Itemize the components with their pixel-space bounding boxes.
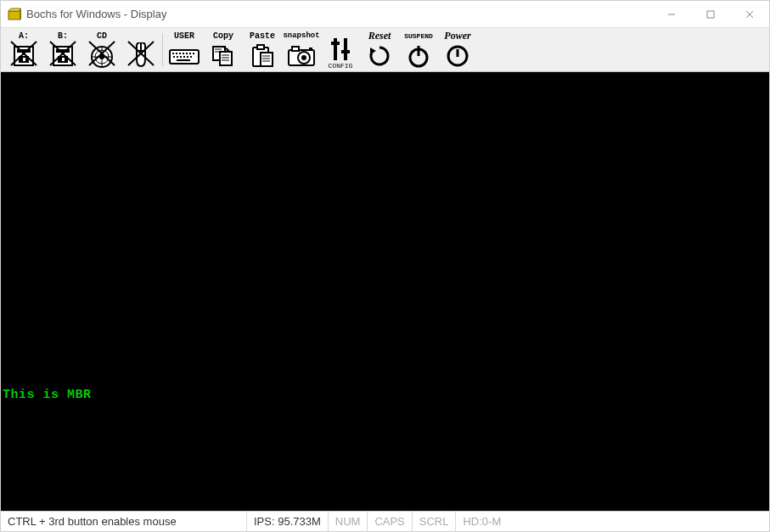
svg-rect-57 — [261, 53, 273, 66]
svg-rect-43 — [183, 56, 185, 58]
config-button[interactable]: CONFIG — [321, 30, 360, 70]
svg-rect-69 — [341, 50, 350, 53]
copy-label: Copy — [213, 31, 233, 42]
mouse-icon — [126, 42, 156, 70]
toolbar-separator — [162, 33, 163, 66]
status-num: NUM — [329, 512, 368, 531]
svg-rect-37 — [186, 53, 188, 54]
status-hd: HD:0-M — [456, 512, 508, 531]
cdrom-label: CD — [97, 31, 107, 42]
svg-rect-33 — [172, 53, 174, 54]
svg-rect-44 — [187, 56, 188, 58]
console-output-line: This is MBR — [3, 388, 92, 402]
svg-rect-39 — [193, 53, 194, 54]
paste-icon — [247, 42, 278, 70]
svg-rect-35 — [179, 53, 181, 54]
keyboard-icon — [169, 42, 200, 70]
paste-label: Paste — [250, 31, 275, 42]
status-bar: CTRL + 3rd button enables mouse IPS: 95.… — [1, 511, 769, 531]
svg-rect-36 — [183, 53, 184, 54]
user-label: USER — [174, 31, 194, 42]
camera-icon — [286, 42, 317, 70]
svg-rect-45 — [190, 56, 192, 58]
svg-rect-0 — [8, 11, 20, 20]
svg-rect-18 — [62, 58, 65, 61]
cdrom-button[interactable]: CD — [82, 30, 121, 70]
floppy-b-label: B: — [58, 31, 68, 42]
svg-rect-4 — [707, 11, 714, 18]
svg-rect-42 — [180, 56, 182, 58]
svg-rect-68 — [331, 42, 340, 45]
svg-rect-40 — [173, 56, 175, 58]
floppy-b-button[interactable]: B: — [43, 30, 82, 70]
svg-rect-48 — [220, 52, 232, 65]
svg-point-64 — [301, 55, 306, 60]
mouse-capture-button[interactable] — [121, 30, 160, 70]
svg-rect-41 — [177, 56, 178, 58]
minimize-button[interactable] — [652, 1, 691, 28]
suspend-label: SUSPEND — [404, 31, 433, 42]
suspend-button[interactable]: SUSPEND — [399, 30, 438, 70]
toolbar: A: B: CD — [1, 28, 769, 72]
suspend-icon — [403, 42, 434, 70]
status-ips: IPS: 95.733M — [247, 512, 329, 531]
svg-rect-65 — [309, 48, 312, 50]
svg-marker-70 — [370, 48, 376, 54]
power-button[interactable]: Power — [438, 30, 477, 70]
status-hint: CTRL + 3rd button enables mouse — [1, 512, 247, 531]
sliders-icon — [325, 36, 356, 62]
copy-icon — [208, 42, 239, 70]
copy-button[interactable]: Copy — [204, 30, 243, 70]
svg-rect-9 — [17, 49, 31, 53]
floppy-a-icon — [8, 42, 39, 70]
floppy-b-icon — [48, 42, 78, 70]
close-button[interactable] — [730, 1, 769, 28]
svg-rect-67 — [344, 38, 347, 60]
cdrom-icon — [87, 42, 117, 70]
svg-rect-46 — [177, 59, 190, 61]
reset-label: Reset — [368, 31, 391, 42]
status-caps: CAPS — [368, 512, 412, 531]
emulator-display[interactable]: This is MBR — [1, 72, 769, 511]
svg-rect-62 — [292, 47, 299, 51]
snapshot-label: snapshot — [283, 31, 319, 42]
svg-rect-11 — [23, 58, 25, 61]
floppy-a-label: A: — [19, 31, 29, 42]
floppy-a-button[interactable]: A: — [4, 30, 43, 70]
svg-rect-34 — [176, 53, 177, 54]
power-label: Power — [444, 31, 470, 42]
reset-button[interactable]: Reset — [360, 30, 399, 70]
config-label: CONFIG — [329, 62, 353, 70]
status-scrl: SCRL — [413, 512, 457, 531]
power-icon — [442, 42, 473, 70]
svg-rect-56 — [257, 45, 264, 49]
window-title: Bochs for Windows - Display — [26, 8, 166, 20]
svg-rect-38 — [189, 53, 191, 54]
svg-rect-66 — [334, 38, 337, 60]
reset-icon — [364, 42, 395, 70]
window-controls — [652, 1, 769, 28]
paste-button[interactable]: Paste — [243, 30, 282, 70]
app-icon — [8, 8, 21, 21]
user-keys-button[interactable]: USER — [165, 30, 204, 70]
maximize-button[interactable] — [691, 1, 730, 28]
svg-rect-16 — [56, 49, 70, 53]
svg-marker-1 — [8, 8, 20, 11]
window-titlebar: Bochs for Windows - Display — [1, 1, 769, 28]
snapshot-button[interactable]: snapshot — [282, 30, 321, 70]
